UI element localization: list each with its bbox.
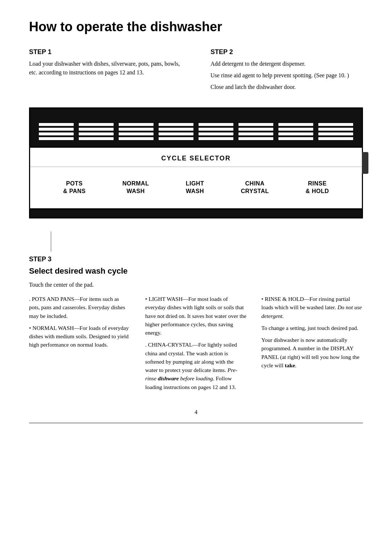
cycle-normal-wash[interactable]: NORMALWASH	[116, 177, 155, 198]
vent-line	[39, 128, 74, 131]
vent-line	[318, 137, 353, 140]
step1-text: Load your dishwasher with dishes, silver…	[29, 60, 181, 77]
china-crystal-desc: . CHINA-CRYSTAL—For lightly soiled china…	[145, 340, 247, 391]
rinse-hold-desc: RINSE & HOLD—For rinsing partial loads w…	[261, 295, 363, 320]
page-num-text: 4	[195, 409, 197, 415]
arrow-area	[51, 232, 363, 251]
vent-line	[238, 128, 273, 131]
vent-line	[39, 132, 74, 135]
vent-line	[79, 128, 114, 131]
vent-line	[199, 123, 233, 126]
bottom-bar	[30, 209, 362, 217]
step2-block: STEP 2 Add detergent to the detergent di…	[211, 47, 363, 94]
vent-2	[79, 123, 114, 140]
vent-line	[199, 128, 233, 131]
vent-line	[238, 123, 273, 126]
step3-touch: Touch the center of the pad.	[29, 281, 363, 289]
vent-line	[238, 137, 273, 140]
dishwasher-panel: CYCLE SELECTOR POTS& PANS NORMALWASH LIG…	[29, 107, 363, 218]
vent-line	[79, 123, 114, 126]
vent-line	[39, 137, 74, 140]
vent-5	[199, 123, 233, 140]
vent-line	[119, 123, 154, 126]
arrow-svg	[51, 232, 116, 251]
vent-line	[159, 123, 193, 126]
page-number: 4	[29, 408, 363, 416]
step2-text1: Add detergent to the detergent dispenser…	[211, 60, 363, 68]
vent-line	[119, 128, 154, 131]
vent-line	[79, 132, 114, 135]
step3-col-1: . POTS AND PANS—For items such as pots, …	[29, 295, 131, 395]
vent-line	[278, 123, 313, 126]
step1-label: STEP 1	[29, 47, 181, 57]
pots-pans-desc: . POTS AND PANS—For items such as pots, …	[29, 295, 131, 320]
vent-1	[39, 123, 74, 140]
change-setting-desc: To change a setting, just touch desired …	[261, 324, 363, 332]
step3-label: STEP 3	[29, 254, 363, 264]
vent-7	[278, 123, 313, 140]
step3-section: STEP 3 Select desired wash cycle Touch t…	[29, 254, 363, 395]
cycle-pots-pans[interactable]: POTS& PANS	[57, 177, 92, 198]
vent-line	[39, 123, 74, 126]
vent-line	[278, 137, 313, 140]
vent-line	[159, 132, 193, 135]
vent-line	[199, 132, 233, 135]
vent-line	[119, 137, 154, 140]
vent-line	[159, 128, 193, 131]
step2-text3: Close and latch the dishwasher door.	[211, 83, 363, 91]
vent-line	[318, 128, 353, 131]
step3-columns: . POTS AND PANS—For items such as pots, …	[29, 295, 363, 395]
cycle-buttons-row: POTS& PANS NORMALWASH LIGHTWASH CHINACRY…	[30, 167, 362, 208]
cycle-selector-label: CYCLE SELECTOR	[30, 148, 362, 167]
bottom-rule	[29, 423, 363, 423]
auto-programmed-desc: Your dishwasher is now automatically pro…	[261, 336, 363, 369]
vent-line	[318, 132, 353, 135]
bullet-normal	[29, 325, 32, 331]
step3-col-2: LIGHT WASH—For most loads of everyday di…	[145, 295, 247, 395]
vent-line	[278, 132, 313, 135]
vent-line	[199, 137, 233, 140]
step2-text2: Use rinse aid agent to help prevent spot…	[211, 71, 363, 80]
vent-line	[79, 137, 114, 140]
step2-label: STEP 2	[211, 47, 363, 57]
right-tab	[362, 152, 368, 174]
step3-subtitle: Select desired wash cycle	[29, 265, 363, 277]
vent-line	[159, 137, 193, 140]
step1-block: STEP 1 Load your dishwasher with dishes,…	[29, 47, 181, 94]
steps-top-section: STEP 1 Load your dishwasher with dishes,…	[29, 47, 363, 94]
vent-line	[318, 123, 353, 126]
vent-line	[238, 132, 273, 135]
cycle-china-crystal[interactable]: CHINACRYSTAL	[234, 177, 275, 198]
top-bar	[30, 109, 362, 116]
normal-wash-desc: NORMAL WASH—For loads of everyday dishes…	[29, 324, 131, 349]
bullet-light	[145, 296, 148, 302]
cycle-rinse-hold[interactable]: RINSE& HOLD	[299, 177, 335, 198]
vent-line	[278, 128, 313, 131]
vent-line	[119, 132, 154, 135]
vent-8	[318, 123, 353, 140]
vent-3	[119, 123, 154, 140]
dishwasher-diagram: CYCLE SELECTOR POTS& PANS NORMALWASH LIG…	[29, 107, 363, 218]
page-title: How to operate the dishwasher	[29, 17, 363, 36]
vent-6	[238, 123, 273, 140]
vent-4	[159, 123, 193, 140]
light-wash-desc: LIGHT WASH—For most loads of everyday di…	[145, 295, 247, 337]
step3-col-3: RINSE & HOLD—For rinsing partial loads w…	[261, 295, 363, 395]
vents-row	[30, 116, 362, 147]
cycle-selector-panel: CYCLE SELECTOR POTS& PANS NORMALWASH LIG…	[30, 147, 362, 209]
cycle-light-wash[interactable]: LIGHTWASH	[179, 177, 211, 198]
bullet-rinse	[261, 296, 265, 302]
